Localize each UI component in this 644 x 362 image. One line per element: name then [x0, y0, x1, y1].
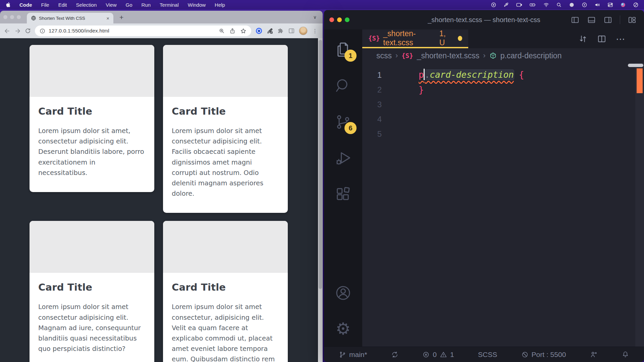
menu-view[interactable]: View	[106, 2, 116, 8]
zoom-window-button[interactable]	[345, 17, 350, 22]
breadcrumb-folder[interactable]: scss	[376, 51, 392, 60]
close-window-button[interactable]	[3, 15, 7, 19]
breadcrumb-file[interactable]: _shorten-text.scss	[417, 51, 480, 60]
address-bar[interactable]: 127.0.0.1:5500/index.html	[35, 25, 251, 36]
tab-close-icon[interactable]: ×	[105, 15, 111, 21]
language-mode[interactable]: SCSS	[478, 351, 497, 359]
source-control-icon[interactable]: 6	[334, 113, 352, 131]
volume-icon[interactable]	[594, 2, 600, 8]
password-manager-extension-icon[interactable]	[255, 27, 263, 35]
notifications-status[interactable]	[622, 351, 629, 358]
extensions-puzzle-icon[interactable]	[277, 27, 284, 34]
accounts-icon[interactable]	[334, 284, 352, 302]
menu-go[interactable]: Go	[126, 2, 132, 8]
clock-icon[interactable]	[633, 2, 639, 8]
siri-icon[interactable]	[620, 2, 626, 8]
feedback-person-icon	[590, 351, 598, 358]
browser-menu-icon[interactable]: ⋮	[312, 28, 319, 34]
code-editor[interactable]: 1 p.card-description{ 2 } 3 4 5	[362, 63, 644, 141]
card-description: Lorem ipsum dolor sit amet consectetur a…	[38, 302, 146, 354]
editor-tab-active[interactable]: {S} _shorten-text.scss 1, U	[362, 29, 468, 48]
new-tab-button[interactable]: +	[117, 13, 125, 21]
do-not-disturb-icon[interactable]	[569, 2, 575, 8]
scrollbar-thumb[interactable]	[319, 40, 322, 289]
code-line[interactable]: 3	[362, 97, 644, 112]
share-icon[interactable]	[229, 28, 235, 34]
minimize-window-button[interactable]	[337, 17, 342, 22]
feedback-status[interactable]	[590, 351, 598, 358]
record-indicator-icon[interactable]	[491, 2, 496, 8]
colorpicker-extension-icon[interactable]	[267, 27, 273, 34]
menu-run[interactable]: Run	[142, 2, 151, 8]
bookmark-star-icon[interactable]	[240, 28, 247, 34]
problems-status[interactable]: 0 1	[422, 351, 454, 359]
reload-icon[interactable]	[25, 28, 31, 34]
browser-tab-active[interactable]: Shorten Text With CSS ×	[27, 13, 113, 23]
live-server-port[interactable]: Port : 5500	[521, 351, 566, 359]
browser-scrollbar[interactable]	[318, 38, 323, 362]
split-editor-icon[interactable]	[597, 34, 606, 44]
warning-marker	[637, 68, 643, 93]
code-line[interactable]: 5	[362, 127, 644, 141]
macos-menubar: Code File Edit Selection View Go Run Ter…	[0, 0, 644, 9]
spotlight-search-icon[interactable]	[556, 2, 562, 8]
menu-edit[interactable]: Edit	[58, 2, 67, 8]
card-description: Lorem ipsum dolor sit amet, consectetur …	[38, 126, 146, 178]
code-line[interactable]: 1 p.card-description{	[362, 68, 644, 82]
forward-icon[interactable]	[14, 28, 21, 34]
sync-status[interactable]	[391, 351, 398, 358]
editor-overview-ruler[interactable]	[635, 63, 644, 347]
menubar-app-name[interactable]: Code	[19, 2, 32, 8]
battery-icon[interactable]	[530, 2, 536, 8]
vscode-traffic-lights[interactable]	[329, 17, 350, 22]
profile-avatar[interactable]	[299, 26, 308, 35]
code-line[interactable]: 4	[362, 112, 644, 127]
rocket-icon[interactable]	[503, 2, 509, 8]
apple-menu-icon[interactable]	[5, 2, 10, 8]
more-actions-icon[interactable]: ⋯	[616, 34, 626, 45]
screen-record-icon[interactable]	[516, 2, 522, 8]
toggle-panel-icon[interactable]	[587, 15, 596, 24]
editor-tab-bar: {S} _shorten-text.scss 1, U ⋯	[362, 29, 644, 48]
close-window-button[interactable]	[329, 17, 334, 22]
card-image-placeholder	[163, 45, 288, 97]
code-line[interactable]: 2 }	[362, 82, 644, 97]
vscode-titlebar: _shorten-text.scss — shorten-text-css	[324, 10, 644, 29]
url-text[interactable]: 127.0.0.1:5500/index.html	[49, 28, 109, 34]
settings-gear-icon[interactable]: ⚙	[336, 320, 351, 337]
menu-file[interactable]: File	[41, 2, 49, 8]
wifi-icon[interactable]	[543, 2, 549, 8]
toggle-secondary-sidebar-icon[interactable]	[603, 15, 612, 24]
menu-window[interactable]: Window	[188, 2, 206, 8]
control-center-icon[interactable]	[607, 2, 613, 8]
search-icon[interactable]	[334, 77, 352, 95]
unsaved-dot-icon[interactable]	[458, 36, 462, 41]
branch-icon	[339, 351, 346, 358]
compare-changes-icon[interactable]	[578, 34, 588, 44]
menu-terminal[interactable]: Terminal	[160, 2, 179, 8]
customize-layout-icon[interactable]	[628, 15, 637, 24]
browser-toolbar: 127.0.0.1:5500/index.html ⋮	[0, 23, 323, 38]
tab-favicon-globe-icon	[31, 15, 36, 21]
menu-help[interactable]: Help	[215, 2, 225, 8]
back-icon[interactable]	[4, 28, 10, 34]
line-number: 5	[370, 129, 382, 139]
git-branch-status[interactable]: main*	[339, 351, 367, 359]
breadcrumbs: scss › {S} _shorten-text.scss › p.card-d…	[362, 48, 644, 63]
tab-overflow-chevron-icon[interactable]: ∨	[311, 14, 319, 20]
tab-title: Shorten Text With CSS	[39, 16, 102, 21]
minimize-window-button[interactable]	[10, 15, 14, 19]
site-info-icon[interactable]	[40, 28, 45, 34]
breadcrumb-symbol[interactable]: p.card-description	[500, 51, 562, 60]
extensions-icon[interactable]	[334, 186, 352, 203]
browser-traffic-lights[interactable]	[3, 15, 21, 19]
play-circle-icon[interactable]	[582, 2, 587, 8]
side-panel-icon[interactable]	[288, 27, 295, 34]
explorer-icon[interactable]: 1	[334, 41, 352, 58]
toggle-sidebar-icon[interactable]	[571, 15, 580, 24]
zoom-page-icon[interactable]	[219, 28, 225, 34]
editor-scrollbar-thumb[interactable]	[628, 64, 643, 67]
zoom-window-button[interactable]	[17, 15, 21, 19]
menu-selection[interactable]: Selection	[76, 2, 97, 8]
run-debug-icon[interactable]	[334, 149, 352, 167]
